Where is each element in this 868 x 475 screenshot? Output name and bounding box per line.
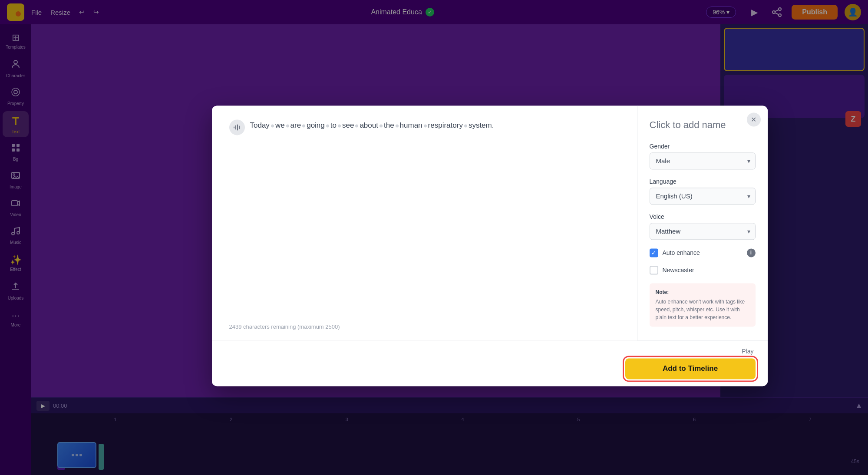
tts-separator-1 [271,124,274,127]
note-title: Note: [656,288,749,296]
svg-rect-21 [237,124,238,130]
svg-rect-22 [239,125,240,129]
tts-word-about: about [360,119,378,132]
tts-word-see: see [342,119,354,132]
tts-modal: ✕ Today we are [212,106,768,386]
note-text: Auto enhance won't work with tags like s… [656,299,745,320]
audio-wave-icon[interactable] [229,119,245,135]
modal-right-panel: Click to add name Gender Male Female ▾ L… [637,106,768,340]
auto-enhance-row: ✓ Auto enhance i [650,248,756,257]
voice-select[interactable]: Matthew Joey Justin [650,223,756,240]
char-remaining: 2439 characters remaining (maximum 2500) [229,323,340,330]
close-icon: ✕ [751,115,756,124]
tts-word-human: human [400,119,422,132]
modal-body: Today we are going to see about the [212,106,768,340]
language-select[interactable]: English (US) English (UK) Spanish [650,188,756,205]
svg-rect-19 [234,126,234,128]
tts-word-respiratory: respiratory [428,119,463,132]
gender-select-wrapper: Male Female ▾ [650,152,756,169]
tts-separator-5 [338,124,341,127]
tts-separator-3 [302,124,305,127]
language-group: Language English (US) English (UK) Spani… [650,178,756,205]
modal-close-button[interactable]: ✕ [747,112,761,126]
tts-separator-4 [326,124,329,127]
tts-word-today: Today [250,119,270,132]
auto-enhance-check-icon: ✓ [651,250,656,256]
svg-rect-20 [235,125,236,129]
add-to-timeline-button[interactable]: Add to Timeline [625,358,756,379]
newscaster-label: Newscaster [663,267,694,274]
voice-name-field[interactable]: Click to add name [650,119,756,131]
voice-select-wrapper: Matthew Joey Justin ▾ [650,223,756,240]
tts-word-going: going [307,119,325,132]
tts-separator-7 [380,124,383,127]
note-box: Note: Auto enhance won't work with tags … [650,283,756,327]
gender-group: Gender Male Female ▾ [650,143,756,169]
tts-separator-6 [355,124,358,127]
newscaster-checkbox[interactable] [650,266,658,274]
auto-enhance-label: Auto enhance [663,249,700,256]
modal-left-panel: Today we are going to see about the [212,106,637,340]
tts-sentence: Today we are going to see about the [250,119,494,132]
voice-group: Voice Matthew Joey Justin ▾ [650,213,756,240]
tts-separator-9 [424,124,427,127]
tts-word-the: the [384,119,394,132]
auto-enhance-checkbox[interactable]: ✓ [650,248,658,257]
tts-word-to: to [330,119,337,132]
voice-label: Voice [650,213,756,220]
newscaster-row: Newscaster [650,266,756,274]
tts-word-are: are [290,119,301,132]
tts-word-system: system. [469,119,494,132]
tts-text-area: Today we are going to see about the [229,119,620,135]
language-select-wrapper: English (US) English (UK) Spanish ▾ [650,188,756,205]
tts-separator-2 [286,124,289,127]
auto-enhance-info-icon[interactable]: i [747,248,756,257]
tts-word-we: we [275,119,285,132]
modal-bottom: Play Add to Timeline [212,340,768,386]
tts-separator-8 [396,124,399,127]
language-label: Language [650,178,756,185]
gender-select[interactable]: Male Female [650,152,756,169]
gender-label: Gender [650,143,756,150]
play-label: Play [742,348,753,355]
tts-separator-10 [464,124,467,127]
